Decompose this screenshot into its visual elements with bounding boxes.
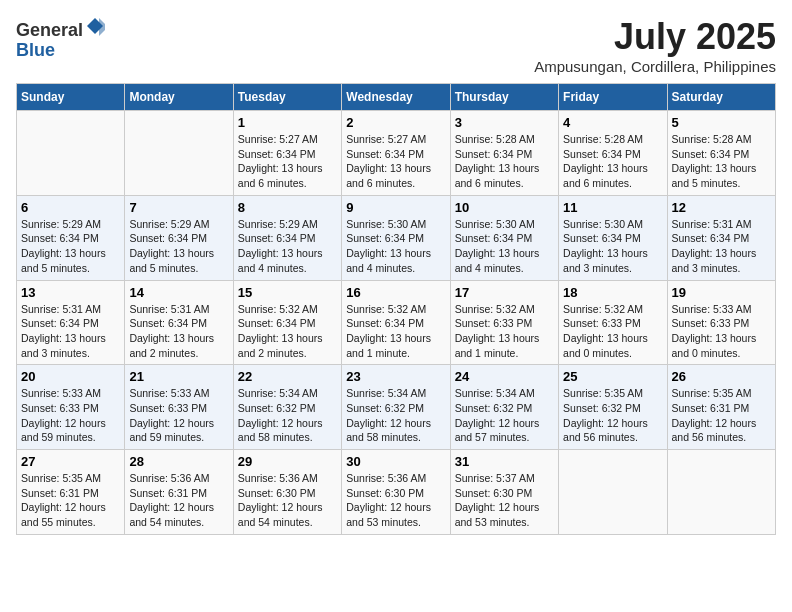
calendar-cell: 2Sunrise: 5:27 AM Sunset: 6:34 PM Daylig… xyxy=(342,111,450,196)
day-info: Sunrise: 5:28 AM Sunset: 6:34 PM Dayligh… xyxy=(563,132,662,191)
calendar-cell: 1Sunrise: 5:27 AM Sunset: 6:34 PM Daylig… xyxy=(233,111,341,196)
day-number: 9 xyxy=(346,200,445,215)
day-info: Sunrise: 5:35 AM Sunset: 6:32 PM Dayligh… xyxy=(563,386,662,445)
day-info: Sunrise: 5:29 AM Sunset: 6:34 PM Dayligh… xyxy=(238,217,337,276)
day-number: 20 xyxy=(21,369,120,384)
day-number: 21 xyxy=(129,369,228,384)
day-info: Sunrise: 5:36 AM Sunset: 6:30 PM Dayligh… xyxy=(238,471,337,530)
day-info: Sunrise: 5:31 AM Sunset: 6:34 PM Dayligh… xyxy=(21,302,120,361)
calendar-cell: 9Sunrise: 5:30 AM Sunset: 6:34 PM Daylig… xyxy=(342,195,450,280)
day-info: Sunrise: 5:30 AM Sunset: 6:34 PM Dayligh… xyxy=(455,217,554,276)
calendar-week-row: 20Sunrise: 5:33 AM Sunset: 6:33 PM Dayli… xyxy=(17,365,776,450)
day-info: Sunrise: 5:27 AM Sunset: 6:34 PM Dayligh… xyxy=(238,132,337,191)
day-number: 1 xyxy=(238,115,337,130)
calendar-cell: 31Sunrise: 5:37 AM Sunset: 6:30 PM Dayli… xyxy=(450,450,558,535)
svg-marker-1 xyxy=(99,18,105,36)
day-number: 7 xyxy=(129,200,228,215)
day-number: 28 xyxy=(129,454,228,469)
day-number: 31 xyxy=(455,454,554,469)
calendar-cell: 20Sunrise: 5:33 AM Sunset: 6:33 PM Dayli… xyxy=(17,365,125,450)
logo-icon xyxy=(85,16,105,36)
day-info: Sunrise: 5:32 AM Sunset: 6:34 PM Dayligh… xyxy=(238,302,337,361)
calendar-cell: 30Sunrise: 5:36 AM Sunset: 6:30 PM Dayli… xyxy=(342,450,450,535)
day-number: 29 xyxy=(238,454,337,469)
calendar-cell: 22Sunrise: 5:34 AM Sunset: 6:32 PM Dayli… xyxy=(233,365,341,450)
month-title: July 2025 xyxy=(534,16,776,58)
calendar-cell: 14Sunrise: 5:31 AM Sunset: 6:34 PM Dayli… xyxy=(125,280,233,365)
day-info: Sunrise: 5:28 AM Sunset: 6:34 PM Dayligh… xyxy=(455,132,554,191)
column-header-monday: Monday xyxy=(125,84,233,111)
calendar-cell: 17Sunrise: 5:32 AM Sunset: 6:33 PM Dayli… xyxy=(450,280,558,365)
calendar-header-row: SundayMondayTuesdayWednesdayThursdayFrid… xyxy=(17,84,776,111)
day-info: Sunrise: 5:34 AM Sunset: 6:32 PM Dayligh… xyxy=(346,386,445,445)
location-subtitle: Ampusungan, Cordillera, Philippines xyxy=(534,58,776,75)
calendar-week-row: 27Sunrise: 5:35 AM Sunset: 6:31 PM Dayli… xyxy=(17,450,776,535)
day-info: Sunrise: 5:27 AM Sunset: 6:34 PM Dayligh… xyxy=(346,132,445,191)
day-info: Sunrise: 5:33 AM Sunset: 6:33 PM Dayligh… xyxy=(672,302,771,361)
calendar-cell: 29Sunrise: 5:36 AM Sunset: 6:30 PM Dayli… xyxy=(233,450,341,535)
day-number: 17 xyxy=(455,285,554,300)
calendar-cell: 10Sunrise: 5:30 AM Sunset: 6:34 PM Dayli… xyxy=(450,195,558,280)
day-number: 27 xyxy=(21,454,120,469)
calendar-week-row: 6Sunrise: 5:29 AM Sunset: 6:34 PM Daylig… xyxy=(17,195,776,280)
logo-general-text: General xyxy=(16,20,83,40)
day-number: 16 xyxy=(346,285,445,300)
day-number: 23 xyxy=(346,369,445,384)
calendar-cell: 18Sunrise: 5:32 AM Sunset: 6:33 PM Dayli… xyxy=(559,280,667,365)
column-header-thursday: Thursday xyxy=(450,84,558,111)
day-info: Sunrise: 5:28 AM Sunset: 6:34 PM Dayligh… xyxy=(672,132,771,191)
day-number: 3 xyxy=(455,115,554,130)
calendar-week-row: 1Sunrise: 5:27 AM Sunset: 6:34 PM Daylig… xyxy=(17,111,776,196)
logo-blue-text: Blue xyxy=(16,40,55,60)
day-info: Sunrise: 5:35 AM Sunset: 6:31 PM Dayligh… xyxy=(21,471,120,530)
day-info: Sunrise: 5:33 AM Sunset: 6:33 PM Dayligh… xyxy=(21,386,120,445)
calendar-cell: 21Sunrise: 5:33 AM Sunset: 6:33 PM Dayli… xyxy=(125,365,233,450)
calendar-cell: 8Sunrise: 5:29 AM Sunset: 6:34 PM Daylig… xyxy=(233,195,341,280)
calendar-cell: 26Sunrise: 5:35 AM Sunset: 6:31 PM Dayli… xyxy=(667,365,775,450)
calendar-week-row: 13Sunrise: 5:31 AM Sunset: 6:34 PM Dayli… xyxy=(17,280,776,365)
day-info: Sunrise: 5:34 AM Sunset: 6:32 PM Dayligh… xyxy=(455,386,554,445)
column-header-sunday: Sunday xyxy=(17,84,125,111)
calendar-cell: 15Sunrise: 5:32 AM Sunset: 6:34 PM Dayli… xyxy=(233,280,341,365)
day-info: Sunrise: 5:30 AM Sunset: 6:34 PM Dayligh… xyxy=(346,217,445,276)
day-info: Sunrise: 5:31 AM Sunset: 6:34 PM Dayligh… xyxy=(672,217,771,276)
calendar-cell: 24Sunrise: 5:34 AM Sunset: 6:32 PM Dayli… xyxy=(450,365,558,450)
calendar-cell xyxy=(17,111,125,196)
column-header-saturday: Saturday xyxy=(667,84,775,111)
column-header-friday: Friday xyxy=(559,84,667,111)
day-info: Sunrise: 5:36 AM Sunset: 6:31 PM Dayligh… xyxy=(129,471,228,530)
calendar-cell: 19Sunrise: 5:33 AM Sunset: 6:33 PM Dayli… xyxy=(667,280,775,365)
calendar-cell: 13Sunrise: 5:31 AM Sunset: 6:34 PM Dayli… xyxy=(17,280,125,365)
day-number: 6 xyxy=(21,200,120,215)
day-number: 5 xyxy=(672,115,771,130)
day-number: 4 xyxy=(563,115,662,130)
column-header-tuesday: Tuesday xyxy=(233,84,341,111)
day-number: 26 xyxy=(672,369,771,384)
day-number: 2 xyxy=(346,115,445,130)
day-info: Sunrise: 5:32 AM Sunset: 6:33 PM Dayligh… xyxy=(563,302,662,361)
day-info: Sunrise: 5:30 AM Sunset: 6:34 PM Dayligh… xyxy=(563,217,662,276)
day-number: 12 xyxy=(672,200,771,215)
day-info: Sunrise: 5:31 AM Sunset: 6:34 PM Dayligh… xyxy=(129,302,228,361)
day-number: 8 xyxy=(238,200,337,215)
day-number: 11 xyxy=(563,200,662,215)
calendar-cell xyxy=(125,111,233,196)
calendar-cell xyxy=(667,450,775,535)
calendar-cell: 4Sunrise: 5:28 AM Sunset: 6:34 PM Daylig… xyxy=(559,111,667,196)
day-number: 25 xyxy=(563,369,662,384)
day-info: Sunrise: 5:29 AM Sunset: 6:34 PM Dayligh… xyxy=(129,217,228,276)
calendar-cell: 16Sunrise: 5:32 AM Sunset: 6:34 PM Dayli… xyxy=(342,280,450,365)
day-number: 15 xyxy=(238,285,337,300)
logo: General Blue xyxy=(16,16,105,61)
day-number: 30 xyxy=(346,454,445,469)
calendar-cell: 11Sunrise: 5:30 AM Sunset: 6:34 PM Dayli… xyxy=(559,195,667,280)
day-number: 18 xyxy=(563,285,662,300)
page-header: General Blue July 2025 Ampusungan, Cordi… xyxy=(16,16,776,75)
calendar-cell: 28Sunrise: 5:36 AM Sunset: 6:31 PM Dayli… xyxy=(125,450,233,535)
calendar-cell: 5Sunrise: 5:28 AM Sunset: 6:34 PM Daylig… xyxy=(667,111,775,196)
title-block: July 2025 Ampusungan, Cordillera, Philip… xyxy=(534,16,776,75)
calendar-cell: 6Sunrise: 5:29 AM Sunset: 6:34 PM Daylig… xyxy=(17,195,125,280)
day-number: 13 xyxy=(21,285,120,300)
calendar-cell xyxy=(559,450,667,535)
day-info: Sunrise: 5:33 AM Sunset: 6:33 PM Dayligh… xyxy=(129,386,228,445)
